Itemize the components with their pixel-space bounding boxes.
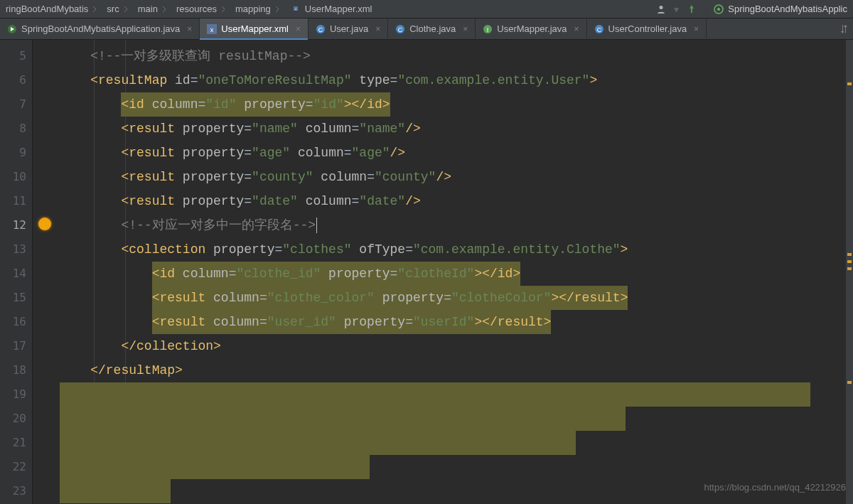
run-config[interactable]: SpringBootAndMybatisApplic [714,4,847,14]
fold-column [33,40,60,504]
close-icon[interactable]: × [296,24,301,34]
class-icon: C [316,24,326,34]
crumb[interactable]: x UserMapper.xml [286,4,375,14]
svg-text:I: I [487,26,489,33]
tab-label: User.java [330,23,368,34]
xml-file-icon: x [289,4,302,14]
tab-label: UserController.java [608,23,687,34]
code-area[interactable]: <!--一对多级联查询 resultMap--> <resultMap id="… [60,40,853,504]
svg-text:x: x [295,8,296,11]
editor-tabs: SpringBootAndMybatisApplication.java × x… [0,18,853,40]
collapse-icon: ⮃ [839,24,849,34]
tab-usermapper-xml[interactable]: x UserMapper.xml × [200,18,309,40]
close-icon[interactable]: × [694,24,699,34]
tab-label: UserMapper.java [497,23,567,34]
caret [316,218,317,233]
tab-user-java[interactable]: C User.java × [309,18,388,40]
tab-usermapper-java[interactable]: I UserMapper.java × [476,18,586,40]
class-icon: C [594,24,604,34]
tab-usercontroller-java[interactable]: C UserController.java × [587,18,707,40]
crumb[interactable]: main [135,4,173,14]
breadcrumb-bar: ringBootAndMybatis src main resources ma… [0,0,853,18]
code-editor[interactable]: 56789101112131415161718192021222324 <!--… [0,40,853,504]
tab-label: Clothe.java [409,23,456,34]
java-run-icon [7,24,17,34]
intention-bulb-icon[interactable] [38,218,51,230]
user-icon[interactable] [655,4,667,15]
close-icon[interactable]: × [187,24,192,34]
crumb[interactable]: mapping [232,4,286,14]
close-icon[interactable]: × [463,24,468,34]
line-gutter: 56789101112131415161718192021222324 [0,40,33,504]
close-icon[interactable]: × [375,24,380,34]
tab-label: SpringBootAndMybatisApplication.java [21,23,180,34]
tab-label: UserMapper.xml [221,23,289,34]
tab-app-java[interactable]: SpringBootAndMybatisApplication.java × [0,18,200,40]
xml-file-icon: x [207,24,217,34]
crumb[interactable]: resources [173,4,232,14]
svg-text:C: C [398,26,403,33]
scrollbar[interactable] [846,40,853,504]
svg-point-2 [659,6,662,9]
svg-text:C: C [596,26,601,33]
tab-clothe-java[interactable]: C Clothe.java × [388,18,476,40]
crumb[interactable]: src [104,4,134,14]
svg-text:C: C [318,26,323,33]
build-icon[interactable] [686,4,697,15]
class-icon: C [395,24,405,34]
close-icon[interactable]: × [574,24,579,34]
interface-icon: I [483,24,493,34]
crumb[interactable]: ringBootAndMybatis [3,4,104,14]
svg-text:x: x [210,26,214,33]
watermark: https://blog.csdn.net/qq_42212926 [704,476,847,500]
svg-point-4 [717,8,720,11]
tab-overflow[interactable]: ⮃ [835,18,853,40]
